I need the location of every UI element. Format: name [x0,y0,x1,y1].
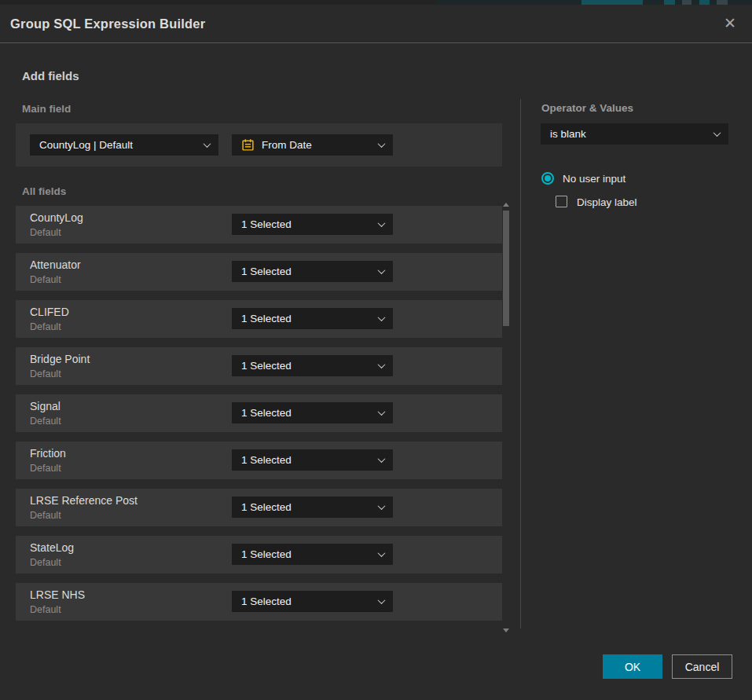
field-selection-dropdown[interactable]: 1 Selected [232,308,393,329]
field-selection-dropdown[interactable]: 1 Selected [232,497,393,518]
field-selection-value: 1 Selected [241,313,372,324]
field-row-signal: Signal Default 1 Selected [16,394,502,432]
chevron-down-icon [378,455,386,463]
field-subtitle: Default [30,321,61,332]
field-row-friction: Friction Default 1 Selected [16,442,502,479]
chevron-down-icon [378,408,386,416]
field-name: Attenuator [30,258,81,271]
main-field-panel: CountyLog | Default From Date [16,123,502,167]
field-row-attenuator: Attenuator Default 1 Selected [16,253,502,291]
no-user-input-radio[interactable] [541,172,554,185]
field-selection-value: 1 Selected [241,360,372,372]
field-subtitle: Default [30,557,61,568]
field-name: Bridge Point [30,353,90,365]
scrollbar-thumb[interactable] [503,211,509,326]
field-selection-dropdown[interactable]: 1 Selected [232,544,393,565]
field-row-bridge-point: Bridge Point Default 1 Selected [16,347,502,385]
field-subtitle: Default [30,604,61,615]
operator-value: is blank [550,128,708,140]
chevron-down-icon [378,502,386,510]
all-fields-label: All fields [22,185,66,197]
field-row-statelog: StateLog Default 1 Selected [16,536,502,574]
field-name: LRSE NHS [30,588,85,601]
chevron-down-icon [378,549,386,557]
operator-dropdown[interactable]: is blank [541,123,728,145]
field-subtitle: Default [30,274,61,285]
scrollbar-up-arrow-icon[interactable] [503,203,509,207]
field-name: Friction [30,447,66,460]
field-selection-value: 1 Selected [241,218,372,230]
field-subtitle: Default [30,510,61,521]
field-selection-dropdown[interactable]: 1 Selected [232,214,393,235]
main-field-source-dropdown[interactable]: CountyLog | Default [30,134,218,156]
scrollbar-down-arrow-icon[interactable] [503,629,509,632]
no-user-input-label: No user input [563,173,625,185]
field-subtitle: Default [30,416,61,427]
field-row-countylog: CountyLog Default 1 Selected [16,206,502,244]
chevron-down-icon [378,313,386,321]
field-selection-value: 1 Selected [241,454,372,466]
main-field-field-value: From Date [262,139,372,151]
ok-button[interactable]: OK [603,654,662,679]
field-row-lrse-nhs: LRSE NHS Default 1 Selected [16,583,502,621]
field-selection-dropdown[interactable]: 1 Selected [232,261,393,282]
field-selection-value: 1 Selected [241,266,372,277]
chevron-down-icon [378,219,386,227]
field-name: StateLog [30,541,74,554]
close-icon[interactable]: ✕ [719,5,741,43]
display-label-checkbox[interactable] [556,196,567,207]
field-selection-dropdown[interactable]: 1 Selected [232,355,393,376]
field-name: LRSE Reference Post [30,494,138,507]
chevron-down-icon [204,140,211,148]
main-field-field-dropdown[interactable]: From Date [232,134,393,156]
main-field-source-value: CountyLog | Default [39,139,198,151]
calendar-icon [241,138,255,152]
field-selection-value: 1 Selected [241,596,372,607]
field-subtitle: Default [30,368,61,379]
field-selection-value: 1 Selected [241,501,372,513]
main-field-label: Main field [22,103,71,115]
dialog-header: Group SQL Expression Builder ✕ [0,5,752,43]
field-name: Signal [30,400,61,412]
field-selection-dropdown[interactable]: 1 Selected [232,591,393,612]
field-subtitle: Default [30,463,61,474]
field-selection-value: 1 Selected [241,407,372,419]
operator-values-heading: Operator & Values [541,102,633,114]
chevron-down-icon [378,361,386,368]
field-row-lrse-reference-post: LRSE Reference Post Default 1 Selected [16,489,502,526]
dialog-title: Group SQL Expression Builder [10,5,205,43]
field-subtitle: Default [30,227,61,238]
field-selection-value: 1 Selected [241,548,372,560]
field-name: CountyLog [30,211,83,224]
scrollbar[interactable] [502,202,510,633]
cancel-button[interactable]: Cancel [672,654,732,679]
chevron-down-icon [378,140,386,148]
panel-divider [520,99,521,629]
field-row-clifed: CLIFED Default 1 Selected [16,300,502,338]
field-selection-dropdown[interactable]: 1 Selected [232,449,393,471]
add-fields-heading: Add fields [22,69,79,82]
chevron-down-icon [378,266,386,274]
display-label-label: Display label [577,196,637,208]
chevron-down-icon [378,596,386,604]
field-selection-dropdown[interactable]: 1 Selected [232,402,393,423]
chevron-down-icon [713,129,721,137]
group-sql-expression-builder-dialog: Group SQL Expression Builder ✕ Add field… [0,0,752,700]
field-name: CLIFED [30,306,69,318]
